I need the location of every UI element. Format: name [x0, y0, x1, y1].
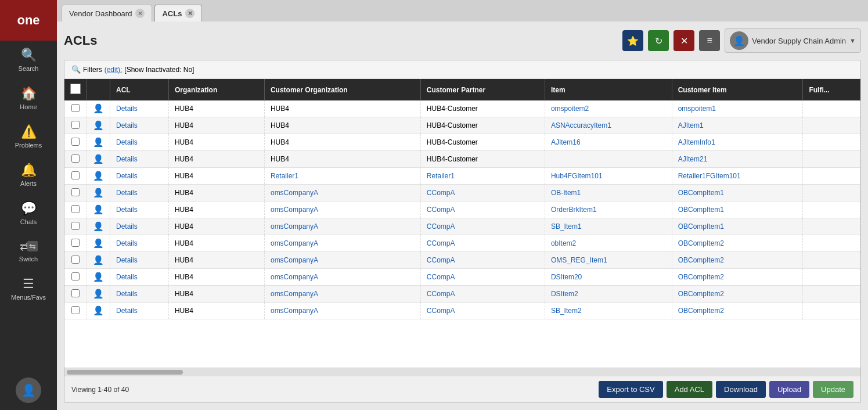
cust-item-link[interactable]: OBCompItem2 [678, 307, 724, 315]
row-cust-partner[interactable]: CCompA [420, 286, 545, 303]
row-cust-partner[interactable]: CCompA [420, 218, 545, 235]
row-checkbox-cell[interactable] [64, 235, 87, 252]
row-cust-partner[interactable]: CCompA [420, 303, 545, 319]
details-link[interactable]: Details [116, 307, 138, 315]
row-checkbox-cell[interactable] [64, 218, 87, 235]
row-item[interactable]: DSItem2 [545, 286, 672, 303]
cust-org-link[interactable]: omsCompanyA [271, 222, 318, 231]
details-link[interactable]: Details [116, 222, 138, 231]
row-item[interactable]: ASNAccuracyItem1 [545, 117, 672, 134]
row-checkbox[interactable] [71, 188, 80, 196]
details-link[interactable]: Details [116, 273, 138, 281]
tab-vendor-dashboard-close[interactable]: ✕ [135, 9, 145, 18]
cust-item-link[interactable]: AJItem1 [678, 121, 704, 130]
item-link[interactable]: AJItem16 [551, 138, 581, 146]
row-checkbox[interactable] [71, 239, 80, 247]
cust-org-link[interactable]: omsCompanyA [271, 206, 318, 214]
col-customer-partner[interactable]: Customer Partner [420, 79, 545, 100]
col-acl[interactable]: ACL [110, 79, 169, 100]
data-table-wrapper[interactable]: ACL Organization Customer Organization C… [64, 79, 860, 368]
row-checkbox[interactable] [71, 222, 80, 230]
header-checkbox[interactable] [70, 84, 81, 94]
cust-item-link[interactable]: OBCompItem1 [678, 189, 724, 197]
sidebar-item-menus[interactable]: ☰ Menus/Favs [0, 269, 57, 308]
row-checkbox[interactable] [71, 138, 80, 146]
close-page-button[interactable]: ✕ [673, 30, 694, 51]
item-link[interactable]: DSItem2 [551, 290, 578, 298]
row-cust-item[interactable]: OBCompItem2 [672, 269, 803, 286]
row-cust-partner[interactable]: Retailer1 [420, 168, 545, 185]
add-acl-button[interactable]: Add ACL [667, 381, 712, 398]
details-link[interactable]: Details [116, 290, 138, 298]
col-item[interactable]: Item [545, 79, 672, 100]
row-item[interactable]: omspoitem2 [545, 100, 672, 117]
col-customer-org[interactable]: Customer Organization [264, 79, 420, 100]
row-cust-partner[interactable]: CCompA [420, 235, 545, 252]
item-link[interactable]: SB_Item1 [551, 222, 582, 231]
row-checkbox-cell[interactable] [64, 168, 87, 185]
row-cust-item[interactable]: OBCompItem2 [672, 286, 803, 303]
item-link[interactable]: omspoitem2 [551, 105, 589, 113]
row-checkbox-cell[interactable] [64, 151, 87, 168]
row-cust-org[interactable]: omsCompanyA [264, 303, 420, 319]
item-link[interactable]: ASNAccuracyItem1 [551, 121, 611, 130]
row-item[interactable]: Hub4FGItem101 [545, 168, 672, 185]
export-csv-button[interactable]: Export to CSV [599, 381, 662, 398]
row-cust-item[interactable]: Retailer1FGItem101 [672, 168, 803, 185]
cust-item-link[interactable]: Retailer1FGItem101 [678, 172, 741, 180]
details-link[interactable]: Details [116, 105, 138, 113]
update-button[interactable]: Update [813, 381, 853, 398]
row-acl[interactable]: Details [110, 151, 169, 168]
row-acl[interactable]: Details [110, 235, 169, 252]
row-checkbox[interactable] [71, 289, 80, 297]
row-cust-item[interactable]: omspoitem1 [672, 100, 803, 117]
cust-item-link[interactable]: AJItem21 [678, 155, 708, 163]
row-acl[interactable]: Details [110, 202, 169, 218]
row-cust-item[interactable]: OBCompItem2 [672, 235, 803, 252]
cust-org-link[interactable]: omsCompanyA [271, 290, 318, 298]
cust-item-link[interactable]: OBCompItem2 [678, 256, 724, 264]
cust-org-link[interactable]: omsCompanyA [271, 239, 318, 247]
col-checkbox[interactable] [64, 79, 87, 100]
sidebar-item-home[interactable]: 🏠 Home [0, 79, 57, 117]
cust-item-link[interactable]: OBCompItem2 [678, 290, 724, 298]
cust-item-link[interactable]: OBCompItem2 [678, 273, 724, 281]
row-item[interactable]: SB_Item2 [545, 303, 672, 319]
row-acl[interactable]: Details [110, 185, 169, 202]
row-cust-org[interactable]: omsCompanyA [264, 218, 420, 235]
row-cust-partner[interactable]: CCompA [420, 252, 545, 269]
cust-org-link[interactable]: omsCompanyA [271, 189, 318, 197]
details-link[interactable]: Details [116, 138, 138, 146]
row-cust-org[interactable]: omsCompanyA [264, 286, 420, 303]
cust-item-link[interactable]: OBCompItem1 [678, 222, 724, 231]
item-link[interactable]: obItem2 [551, 239, 576, 247]
sidebar-item-alerts[interactable]: 🔔 Alerts [0, 156, 57, 194]
details-link[interactable]: Details [116, 155, 138, 163]
cust-partner-link[interactable]: CCompA [427, 189, 455, 197]
item-link[interactable]: DSItem20 [551, 273, 582, 281]
row-checkbox-cell[interactable] [64, 134, 87, 151]
col-fulfillment[interactable]: Fulfi... [803, 79, 860, 100]
row-checkbox[interactable] [71, 154, 80, 163]
details-link[interactable]: Details [116, 121, 138, 130]
row-acl[interactable]: Details [110, 303, 169, 319]
scroll-thumb[interactable] [67, 370, 183, 375]
cust-org-link[interactable]: omsCompanyA [271, 256, 318, 264]
row-checkbox[interactable] [71, 272, 80, 280]
tab-acls[interactable]: ACLs ✕ [154, 5, 202, 21]
row-checkbox[interactable] [71, 121, 80, 129]
user-section[interactable]: 👤 Vendor Supply Chain Admin ▼ [725, 28, 861, 53]
row-acl[interactable]: Details [110, 269, 169, 286]
row-acl[interactable]: Details [110, 100, 169, 117]
row-cust-partner[interactable]: CCompA [420, 269, 545, 286]
sidebar-item-problems[interactable]: ⚠️ Problems [0, 117, 57, 156]
sidebar-item-chats[interactable]: 💬 Chats [0, 194, 57, 232]
row-acl[interactable]: Details [110, 134, 169, 151]
cust-item-link[interactable]: omspoitem1 [678, 105, 716, 113]
row-cust-org[interactable]: omsCompanyA [264, 269, 420, 286]
row-checkbox-cell[interactable] [64, 185, 87, 202]
details-link[interactable]: Details [116, 206, 138, 214]
row-checkbox[interactable] [71, 171, 80, 179]
item-link[interactable]: OMS_REG_Item1 [551, 256, 607, 264]
row-item[interactable]: obItem2 [545, 235, 672, 252]
